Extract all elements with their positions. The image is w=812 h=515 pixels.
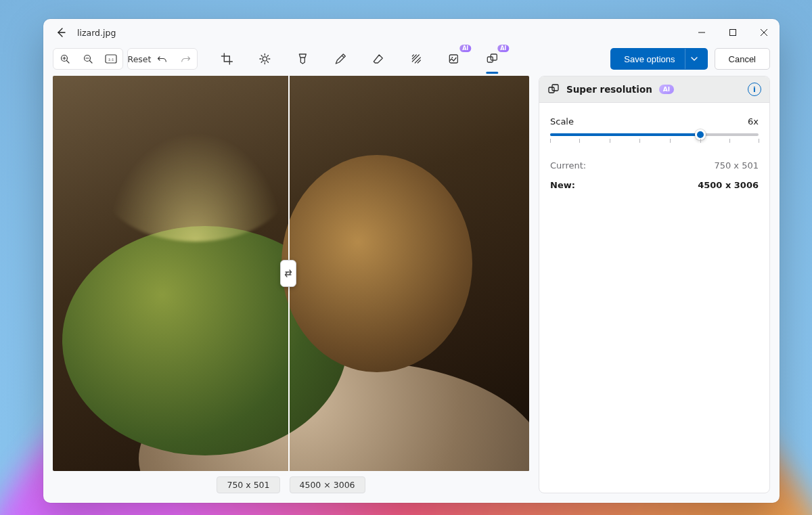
scale-value: 6x	[748, 116, 759, 127]
svg-rect-8	[487, 57, 493, 62]
scale-label: Scale	[550, 116, 574, 127]
super-resolution-tool[interactable]: AI	[480, 47, 503, 70]
background-tool[interactable]	[405, 47, 428, 70]
super-resolution-panel: Super resolution AI i Scale 6x	[539, 76, 770, 493]
svg-rect-10	[549, 87, 554, 93]
image-sparkle-icon	[448, 53, 460, 65]
image-canvas[interactable]	[53, 76, 529, 471]
edit-tools: AI AI	[215, 47, 503, 70]
close-icon	[761, 29, 767, 36]
erase-tool[interactable]	[367, 47, 390, 70]
new-value: 4500 x 3006	[698, 180, 759, 190]
title-filename: lizard.jpg	[77, 28, 116, 38]
redo-button[interactable]	[174, 49, 197, 69]
maximize-button[interactable]	[717, 19, 748, 46]
zoom-out-button[interactable]	[76, 49, 99, 69]
ai-badge-icon: AI	[497, 45, 509, 52]
toolbar: 1:1 Reset AI AI Save options	[43, 46, 780, 76]
adjust-tool[interactable]	[253, 47, 276, 70]
fit-icon: 1:1	[105, 54, 117, 64]
minimize-icon	[698, 29, 705, 36]
scale-icon	[486, 53, 498, 65]
save-options-button[interactable]: Save options	[610, 48, 707, 70]
minimize-button[interactable]	[686, 19, 717, 46]
generative-tool[interactable]: AI	[443, 47, 466, 70]
arrow-left-icon	[55, 27, 66, 38]
undo-button[interactable]	[151, 49, 174, 69]
panel-title: Super resolution	[566, 84, 652, 95]
history-cluster: Reset	[127, 48, 198, 70]
brightness-icon	[258, 53, 271, 65]
save-options-label: Save options	[614, 54, 684, 64]
zoom-in-button[interactable]	[53, 49, 76, 69]
zoom-out-icon	[83, 53, 93, 64]
save-options-caret[interactable]	[685, 49, 704, 69]
panel-body: Scale 6x Current: 750 x 501	[539, 103, 769, 204]
maximize-icon	[729, 29, 736, 36]
current-value: 750 x 501	[714, 160, 759, 171]
new-row: New: 4500 x 3006	[550, 180, 759, 190]
close-button[interactable]	[748, 19, 780, 46]
svg-rect-6	[449, 55, 457, 63]
chevron-down-icon	[691, 55, 698, 62]
crop-tool[interactable]	[215, 47, 238, 70]
slider-ticks	[550, 139, 759, 144]
scale-icon	[547, 83, 560, 95]
eraser-icon	[372, 53, 384, 65]
slider-track	[550, 133, 759, 136]
svg-text:1:1: 1:1	[108, 57, 114, 62]
current-row: Current: 750 x 501	[550, 160, 759, 171]
dimension-labels: 750 x 501 4500 × 3006	[53, 476, 529, 493]
main-area: 750 x 501 4500 × 3006 Super resolution A…	[43, 76, 780, 503]
ai-badge-icon: AI	[459, 45, 471, 52]
pen-icon	[334, 53, 346, 65]
redo-icon	[180, 53, 191, 64]
slider-fill	[550, 133, 700, 136]
svg-point-5	[263, 57, 267, 61]
scale-slider[interactable]	[550, 133, 759, 144]
titlebar: lizard.jpg	[43, 19, 780, 46]
panel-header: Super resolution AI i	[539, 76, 769, 103]
zoom-in-icon	[60, 53, 70, 64]
crop-icon	[221, 53, 233, 65]
ai-pill: AI	[659, 85, 674, 94]
svg-point-7	[451, 57, 453, 58]
current-label: Current:	[550, 160, 586, 171]
compare-handle[interactable]	[280, 260, 296, 287]
zoom-cluster: 1:1	[53, 48, 123, 70]
scale-row: Scale 6x	[550, 116, 759, 127]
reset-button[interactable]: Reset	[128, 49, 151, 69]
svg-rect-0	[730, 30, 736, 36]
photos-editor-window: lizard.jpg 1:1 Reset AI	[43, 19, 780, 503]
info-button[interactable]: i	[748, 83, 761, 96]
original-dimension-chip: 750 x 501	[217, 476, 279, 493]
filter-icon	[297, 53, 308, 65]
fit-button[interactable]: 1:1	[99, 49, 122, 69]
upscaled-dimension-chip: 4500 × 3006	[290, 476, 365, 493]
back-button[interactable]	[49, 22, 73, 43]
undo-icon	[157, 53, 168, 64]
canvas-column: 750 x 501 4500 × 3006	[53, 76, 529, 493]
swap-horizontal-icon	[284, 269, 293, 278]
toolbar-right-actions: Save options Cancel	[610, 48, 770, 70]
window-controls	[686, 19, 780, 46]
filter-tool[interactable]	[291, 47, 314, 70]
background-icon	[410, 53, 422, 65]
new-label: New:	[550, 180, 575, 190]
cancel-button[interactable]: Cancel	[715, 48, 770, 70]
markup-tool[interactable]	[329, 47, 352, 70]
